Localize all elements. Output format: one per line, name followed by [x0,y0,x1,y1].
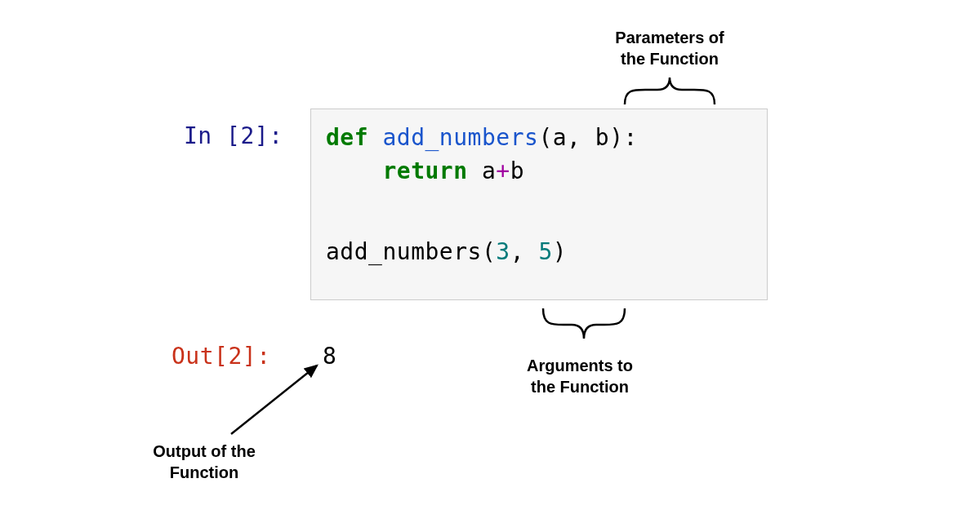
annotation-output: Output of the Function [127,441,282,483]
annotation-parameters: Parameters of the Function [580,27,760,69]
paren-close-colon: ): [609,124,638,151]
in-prompt-text: In [2]: [184,122,283,149]
out-prompt-text: Out[2]: [172,343,271,370]
annotation-params-line1: Parameters of [615,29,724,47]
var-b: b [510,157,524,184]
input-prompt: In [2]: [184,122,283,149]
annotation-output-line2: Function [170,463,238,481]
arg-comma: , [510,238,539,265]
arg-1: 3 [496,238,510,265]
param-a: a [553,124,567,151]
annotation-params-line2: the Function [621,50,719,68]
output-number: 8 [323,343,336,370]
output-value: 8 [323,343,336,370]
param-comma: , [567,124,595,151]
indent [326,157,382,184]
annotation-args-line2: the Function [531,378,629,396]
keyword-return: return [382,157,467,184]
annotation-arguments: Arguments to the Function [498,355,662,397]
code-line-2: return a+b [326,155,752,188]
code-cell: def add_numbers(a, b): return a+b add_nu… [310,109,768,300]
code-line-1: def add_numbers(a, b): [326,122,752,155]
output-prompt: Out[2]: [172,343,271,370]
arg-2: 5 [538,238,552,265]
space [468,157,482,184]
brace-arguments-icon [543,308,625,339]
annotation-args-line1: Arguments to [527,357,633,374]
paren-open: ( [538,124,552,151]
call-paren-open: ( [482,238,496,265]
brace-parameters-icon [625,78,715,104]
function-name-def: add_numbers [382,124,538,151]
annotation-output-line1: Output of the [153,442,256,460]
code-line-3 [326,188,752,221]
svg-line-1 [231,366,317,434]
call-paren-close: ) [553,238,567,265]
arrow-output-icon [231,366,317,434]
operator-plus: + [496,157,510,184]
param-b: b [595,124,609,151]
code-line-4: add_numbers(3, 5) [326,236,752,269]
function-call-name: add_numbers [326,238,482,265]
var-a: a [482,157,496,184]
keyword-def: def [326,124,368,151]
